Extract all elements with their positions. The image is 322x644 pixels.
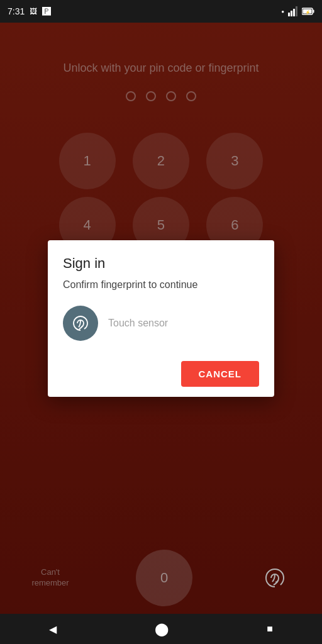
svg-rect-1 <box>291 11 292 16</box>
parking-icon: 🅿 <box>42 6 51 16</box>
dot-icon: ● <box>281 9 284 14</box>
status-right-icons: ● ⚡ <box>281 6 314 16</box>
svg-rect-2 <box>293 9 295 16</box>
recents-button[interactable]: ■ <box>267 623 273 635</box>
dialog-actions: CANCEL <box>63 356 259 387</box>
fingerprint-icon-circle <box>63 306 98 341</box>
touch-sensor-label: Touch sensor <box>108 318 168 329</box>
status-bar-left: 7:31 🖼 🅿 <box>8 6 51 16</box>
battery-icon: ⚡ <box>302 8 314 15</box>
svg-text:⚡: ⚡ <box>305 9 311 15</box>
svg-rect-5 <box>313 10 314 13</box>
gallery-icon: 🖼 <box>30 7 37 16</box>
dialog-subtitle: Confirm fingerprint to continue <box>63 279 259 291</box>
cancel-button[interactable]: CANCEL <box>181 361 260 387</box>
fingerprint-row: Touch sensor <box>63 306 259 341</box>
home-button[interactable]: ⬤ <box>155 621 169 636</box>
status-bar: 7:31 🖼 🅿 ● ⚡ <box>0 0 322 23</box>
fingerprint-dialog: Sign in Confirm fingerprint to continue … <box>48 240 274 397</box>
signal-icon <box>288 6 298 16</box>
dialog-overlay: Sign in Confirm fingerprint to continue … <box>0 23 322 614</box>
dialog-title: Sign in <box>63 255 259 272</box>
back-button[interactable]: ◀ <box>49 623 57 635</box>
status-time: 7:31 <box>8 6 25 16</box>
navigation-bar: ◀ ⬤ ■ <box>0 614 322 644</box>
fingerprint-dialog-icon <box>70 313 91 333</box>
svg-rect-0 <box>288 13 290 16</box>
svg-rect-3 <box>296 6 297 16</box>
